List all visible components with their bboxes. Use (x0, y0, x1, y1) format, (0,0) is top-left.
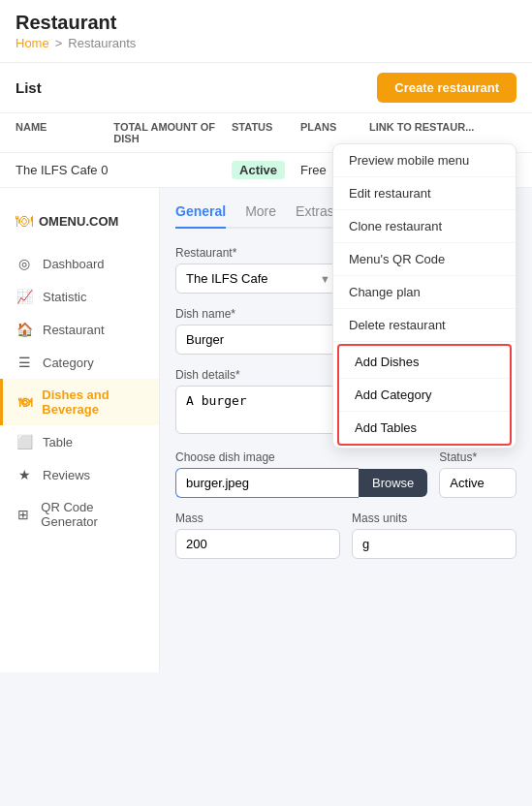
category-icon: ☰ (16, 355, 33, 370)
menu-qr[interactable]: Menu's QR Code (333, 243, 516, 276)
field-restaurant: Restaurant* The ILFS Cafe ▼ (175, 246, 340, 294)
page-title: Restaurant (16, 12, 516, 34)
menu-plan[interactable]: Change plan (333, 276, 516, 309)
sidebar-label-dashboard: Dashboard (43, 257, 105, 271)
mass-label: Mass (175, 512, 340, 525)
status-input[interactable] (439, 468, 516, 498)
statistic-icon: 📈 (16, 289, 33, 304)
sidebar-item-restaurant[interactable]: 🏠 Restaurant (0, 313, 159, 346)
row-name: The ILFS Cafe 0 (16, 163, 113, 177)
tab-extras[interactable]: Extras (296, 203, 334, 227)
sidebar-label-reviews: Reviews (43, 468, 90, 482)
col-plans: PLANS (300, 121, 369, 144)
menu-add-dishes[interactable]: Add Dishes (339, 346, 510, 379)
menu-delete[interactable]: Delete restaurant (333, 309, 516, 342)
sidebar: 🍽 OMENU.COM ◎ Dashboard 📈 Statistic 🏠 Re… (0, 188, 160, 672)
status-label: Status* (439, 450, 516, 464)
col-link: LINK TO RESTAUR... (369, 121, 487, 144)
file-upload-row: Browse (175, 468, 427, 498)
logo: 🍽 OMENU.COM (0, 203, 159, 247)
field-dish-name: Dish name* (175, 307, 340, 355)
reviews-icon: ★ (16, 467, 33, 482)
list-label: List (16, 79, 42, 96)
image-label: Choose dish image (175, 450, 427, 464)
breadcrumb: Home > Restaurants (16, 36, 516, 50)
field-status: Status* (439, 450, 516, 498)
qr-icon: ⊞ (16, 507, 31, 522)
sidebar-item-statistic[interactable]: 📈 Statistic (0, 280, 159, 313)
menu-edit[interactable]: Edit restaurant (333, 177, 516, 210)
sidebar-item-table[interactable]: ⬜ Table (0, 425, 159, 458)
restaurant-label: Restaurant* (175, 246, 340, 260)
dashboard-icon: ◎ (16, 256, 33, 271)
table-icon: ⬜ (16, 434, 33, 450)
row-mass: Mass Mass units (175, 512, 516, 559)
menu-preview[interactable]: Preview mobile menu (333, 144, 516, 177)
restaurant-icon: 🏠 (16, 322, 33, 337)
context-menu: Preview mobile menu Edit restaurant Clon… (332, 143, 516, 449)
sidebar-item-dashboard[interactable]: ◎ Dashboard (0, 247, 159, 280)
menu-clone[interactable]: Clone restaurant (333, 210, 516, 243)
logo-icon: 🍽 (16, 211, 33, 232)
menu-add-category[interactable]: Add Category (339, 379, 510, 412)
field-mass: Mass (175, 512, 340, 559)
dishes-icon: 🍽 (18, 394, 32, 410)
sidebar-item-qr[interactable]: ⊞ QR Code Generator (0, 491, 159, 538)
browse-button[interactable]: Browse (359, 469, 427, 497)
dish-name-label: Dish name* (175, 307, 340, 321)
page-header: Restaurant Home > Restaurants (0, 0, 532, 63)
col-status: STATUS (232, 121, 300, 144)
mass-input[interactable] (175, 529, 340, 559)
sidebar-label-dishes: Dishes and Beverage (42, 388, 143, 417)
sidebar-item-category[interactable]: ☰ Category (0, 346, 159, 379)
breadcrumb-current: Restaurants (68, 36, 136, 50)
dish-name-input[interactable] (175, 325, 340, 355)
col-name: NAME (16, 121, 113, 144)
col-amount: TOTAL AMOUNT OF DISH (113, 121, 232, 144)
breadcrumb-separator: > (55, 36, 63, 50)
tab-more[interactable]: More (245, 203, 276, 227)
sidebar-label-category: Category (43, 356, 94, 370)
sidebar-label-statistic: Statistic (43, 290, 87, 304)
menu-add-tables[interactable]: Add Tables (339, 412, 510, 444)
field-mass-units: Mass units (352, 512, 516, 559)
breadcrumb-home[interactable]: Home (16, 36, 49, 50)
menu-highlighted-group: Add Dishes Add Category Add Tables (337, 344, 512, 446)
sidebar-label-qr: QR Code Generator (41, 500, 143, 529)
restaurant-select[interactable]: The ILFS Cafe (175, 264, 340, 294)
sidebar-item-reviews[interactable]: ★ Reviews (0, 458, 159, 491)
list-header: List Create restaurant (0, 63, 532, 112)
row-image-status: Choose dish image Browse Status* (175, 450, 516, 498)
file-input[interactable] (175, 468, 359, 498)
logo-text: OMENU.COM (39, 214, 118, 229)
sidebar-label-restaurant: Restaurant (43, 323, 105, 337)
create-restaurant-button[interactable]: Create restaurant (377, 73, 516, 103)
field-image: Choose dish image Browse (175, 450, 427, 498)
row-status: Active (232, 163, 300, 177)
mass-units-input[interactable] (352, 529, 516, 559)
sidebar-item-dishes[interactable]: 🍽 Dishes and Beverage (0, 379, 159, 425)
tab-general[interactable]: General (175, 203, 226, 229)
sidebar-label-table: Table (43, 435, 73, 450)
mass-units-label: Mass units (352, 512, 516, 525)
